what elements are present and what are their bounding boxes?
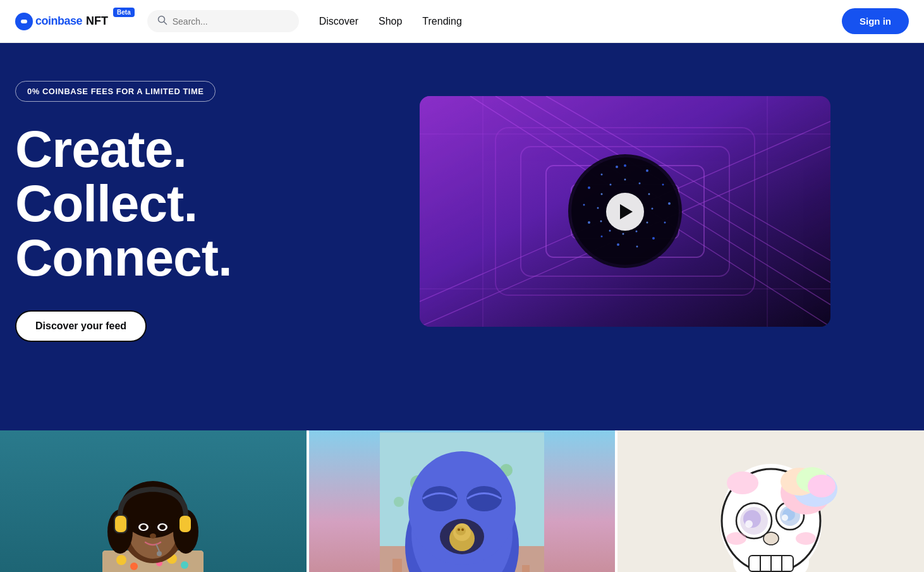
svg-point-33	[601, 174, 603, 176]
svg-point-37	[648, 193, 650, 195]
svg-point-85	[456, 526, 466, 535]
svg-point-25	[664, 222, 666, 224]
nft-label: NFT	[86, 15, 108, 28]
coinbase-logo[interactable]: coinbase NFT Beta	[15, 13, 135, 30]
nft-cards-section	[0, 430, 924, 572]
coinbase-icon	[15, 13, 33, 30]
svg-point-21	[624, 164, 626, 167]
nft-card-3[interactable]	[617, 430, 924, 572]
nav-trending[interactable]: Trending	[422, 16, 462, 27]
nav-shop[interactable]: Shop	[379, 16, 402, 27]
svg-point-70	[157, 551, 162, 556]
svg-point-32	[588, 186, 590, 189]
svg-point-27	[636, 246, 638, 248]
nft-card-1[interactable]	[0, 430, 307, 572]
svg-point-36	[639, 183, 641, 185]
svg-rect-68	[115, 516, 126, 532]
svg-point-49	[116, 555, 126, 565]
svg-point-40	[636, 231, 638, 233]
svg-point-43	[600, 221, 602, 222]
svg-point-87	[461, 528, 464, 531]
nav-links: Discover Shop Trending	[319, 16, 842, 27]
svg-point-34	[616, 166, 618, 168]
svg-point-107	[727, 472, 758, 494]
signin-button[interactable]: Sign in	[842, 8, 909, 34]
nft-card-2[interactable]	[309, 430, 616, 572]
svg-point-22	[646, 169, 648, 172]
svg-point-44	[597, 207, 599, 209]
svg-rect-69	[179, 516, 191, 532]
logo-area: coinbase NFT Beta	[15, 13, 135, 30]
play-icon	[620, 204, 633, 219]
svg-point-38	[652, 208, 653, 210]
beta-badge: Beta	[113, 8, 135, 17]
svg-point-106	[808, 475, 836, 497]
hero-title-line3: Connect.	[15, 229, 232, 286]
svg-point-63	[140, 525, 147, 530]
hero-title-line2: Collect.	[15, 174, 197, 232]
svg-point-54	[181, 561, 188, 569]
nft-artwork-2	[309, 430, 616, 572]
fee-badge: 0% COINBASE FEES FOR A LIMITED TIME	[15, 81, 216, 102]
hero-content: 0% COINBASE FEES FOR A LIMITED TIME Crea…	[15, 81, 420, 342]
svg-point-86	[458, 528, 460, 531]
discover-feed-button[interactable]: Discover your feed	[15, 310, 147, 342]
nft-artwork-3	[617, 430, 924, 572]
svg-rect-89	[522, 565, 530, 572]
coinbase-wordmark: coinbase	[35, 15, 82, 28]
svg-point-23	[662, 184, 664, 186]
search-bar[interactable]	[147, 10, 299, 32]
svg-line-3	[164, 22, 166, 25]
navbar: coinbase NFT Beta Discover Shop Trending…	[0, 0, 924, 43]
svg-point-113	[745, 520, 753, 528]
svg-point-115	[726, 532, 746, 545]
svg-point-81	[466, 486, 502, 511]
svg-point-35	[624, 179, 626, 181]
svg-point-31	[583, 204, 585, 206]
svg-point-50	[130, 563, 138, 570]
video-background	[420, 96, 830, 327]
woman-headphones-artwork	[77, 434, 229, 572]
play-button[interactable]	[606, 193, 644, 231]
blue-creature-artwork	[380, 432, 544, 572]
hero-video[interactable]	[420, 96, 830, 327]
svg-point-39	[647, 222, 648, 224]
nav-discover[interactable]: Discover	[319, 16, 358, 27]
svg-rect-1	[21, 20, 27, 23]
svg-point-64	[159, 525, 166, 530]
svg-point-80	[422, 486, 458, 511]
svg-point-28	[617, 243, 619, 246]
svg-point-114	[782, 514, 788, 521]
svg-rect-88	[392, 559, 402, 572]
svg-point-30	[588, 221, 590, 224]
search-icon	[157, 15, 167, 27]
search-input[interactable]	[173, 16, 289, 27]
svg-point-42	[609, 230, 611, 232]
svg-point-26	[652, 237, 655, 240]
svg-point-108	[763, 532, 779, 545]
svg-point-29	[601, 236, 603, 238]
svg-point-76	[394, 497, 404, 507]
svg-point-45	[601, 193, 603, 195]
hero-section: 0% COINBASE FEES FOR A LIMITED TIME Crea…	[0, 43, 924, 380]
svg-point-24	[668, 202, 671, 205]
svg-point-41	[623, 233, 624, 235]
nft-artwork-1	[0, 430, 307, 572]
hero-title: Create. Collect. Connect.	[15, 122, 394, 285]
skull-artwork	[689, 432, 853, 572]
hero-title-line1: Create.	[15, 120, 186, 178]
svg-point-65	[150, 533, 156, 539]
svg-point-46	[610, 184, 612, 186]
hero-bottom-section	[0, 380, 924, 430]
svg-point-116	[796, 532, 816, 545]
